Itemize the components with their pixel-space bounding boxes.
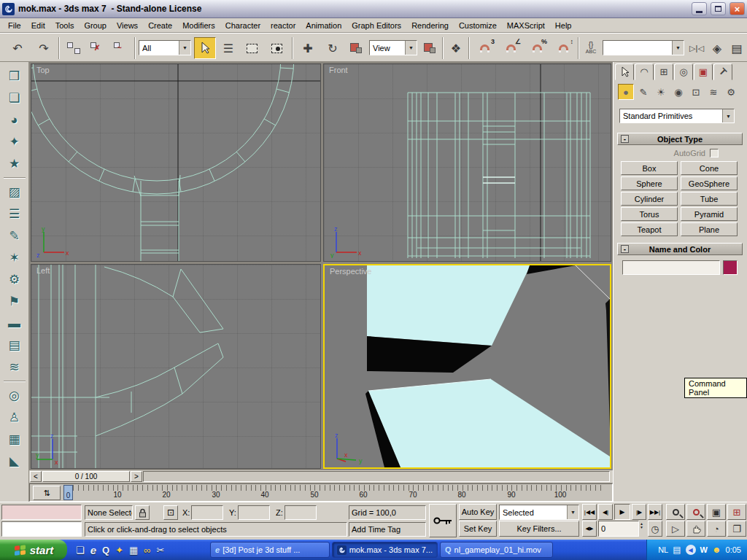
button-box[interactable]: Box — [621, 161, 678, 175]
start-button[interactable]: start — [0, 540, 67, 560]
reactor-icon-toy-car[interactable]: ▬ — [4, 314, 25, 333]
menu-views[interactable]: Views — [112, 20, 143, 31]
bind-to-space-warp-button[interactable]: ~ — [109, 37, 131, 59]
menu-file[interactable]: File — [3, 20, 26, 31]
hide-tray-icons-button[interactable]: ◀ — [686, 545, 696, 555]
name-color-rollout-header[interactable]: - Name and Color — [617, 243, 743, 255]
select-and-manipulate-button[interactable]: ❖ — [446, 37, 465, 59]
messenger-icon[interactable]: ☻ — [712, 545, 721, 555]
internet-explorer-icon[interactable]: e — [90, 544, 96, 556]
tab-motion[interactable]: ◎ — [674, 63, 693, 80]
unlink-selection-button[interactable]: ✗ — [86, 37, 108, 59]
calculator-icon[interactable]: ▦ — [129, 545, 138, 556]
zoom-button[interactable] — [666, 504, 685, 520]
viewport-front[interactable]: Front — [323, 63, 611, 262]
task-button-3dsmax[interactable]: mok.max - 3ds max 7... — [332, 542, 438, 558]
bone-tool-icon[interactable]: ∞ — [144, 545, 150, 556]
snaps-toggle-button[interactable]: 3 — [473, 37, 496, 59]
minimize-button[interactable] — [692, 2, 707, 15]
time-slider-next-button[interactable]: > — [131, 471, 142, 482]
reactor-icon-wind[interactable]: ⚑ — [4, 292, 25, 311]
menu-character[interactable]: Character — [220, 20, 266, 31]
zoom-all-button[interactable] — [686, 504, 705, 520]
undo-button[interactable]: ↶ — [6, 37, 29, 59]
menu-create[interactable]: Create — [143, 20, 177, 31]
category-systems[interactable]: ⚙ — [723, 84, 739, 100]
menu-tools[interactable]: Tools — [50, 20, 80, 31]
named-selection-sets-button[interactable]: {} ABC — [581, 37, 600, 59]
selection-region-button[interactable] — [241, 37, 263, 59]
percent-snap-button[interactable]: % — [525, 37, 549, 59]
angle-snap-button[interactable]: ∠ — [499, 37, 522, 59]
category-helpers[interactable]: ⊡ — [688, 84, 704, 100]
button-sphere[interactable]: Sphere — [621, 176, 678, 190]
menu-group[interactable]: Group — [79, 20, 112, 31]
category-shapes[interactable]: ✎ — [635, 84, 651, 100]
select-and-move-button[interactable]: ✚ — [296, 37, 320, 59]
reactor-icon-soft-body-collection[interactable]: ◕ — [4, 110, 25, 130]
viewport-perspective[interactable]: Perspective z x y — [323, 264, 611, 469]
x-coordinate-field[interactable] — [191, 505, 223, 520]
viewport-top-label[interactable]: Top — [36, 66, 50, 74]
viewport-front-label[interactable]: Front — [329, 66, 348, 74]
viewport-perspective-label[interactable]: Perspective — [330, 267, 371, 276]
reactor-icon-motor[interactable]: ⚙ — [4, 270, 25, 289]
task-button-browser[interactable]: e [3d] Post je 3d stuff ... — [210, 542, 330, 558]
button-teapot[interactable]: Teapot — [621, 222, 678, 236]
category-lights[interactable]: ☀ — [653, 84, 669, 100]
reactor-icon-rigid-body-collection[interactable]: ❒ — [4, 66, 25, 86]
menu-graph-editors[interactable]: Graph Editors — [347, 20, 406, 31]
reactor-icon-water[interactable]: ≋ — [4, 357, 25, 377]
select-by-name-button[interactable]: ☰ — [217, 37, 239, 59]
pan-button[interactable] — [686, 521, 705, 537]
restore-button[interactable] — [711, 2, 726, 15]
mirror-button[interactable]: ▷|◁ — [687, 37, 706, 59]
show-desktop-icon[interactable]: ❏ — [76, 545, 85, 556]
spinner-snap-button[interactable]: ↕ — [551, 37, 575, 59]
window-crossing-button[interactable] — [264, 37, 289, 59]
primitives-dropdown[interactable]: Standard Primitives ▼ — [619, 109, 735, 123]
scissors-icon[interactable]: ✂ — [157, 545, 165, 556]
object-color-swatch[interactable] — [723, 260, 738, 275]
reactor-icon-fracture[interactable]: ▤ — [4, 335, 25, 355]
object-name-field[interactable] — [622, 260, 720, 275]
menu-animation[interactable]: Animation — [301, 20, 347, 31]
menu-rendering[interactable]: Rendering — [406, 20, 454, 31]
play-button[interactable]: ▶ — [614, 504, 630, 520]
time-configuration-button[interactable]: ◷ — [648, 521, 662, 537]
macro-recorder-pane[interactable] — [1, 505, 82, 520]
z-coordinate-field[interactable] — [285, 505, 317, 520]
tab-modify[interactable]: ⊞◠ — [635, 63, 654, 80]
current-frame-field[interactable]: 0 — [598, 521, 639, 537]
reactor-icon-rope-collection[interactable]: ✦ — [4, 132, 25, 152]
button-cone[interactable]: Cone — [681, 161, 738, 175]
selection-filter-dropdown[interactable]: All ▼ — [139, 40, 191, 55]
absolute-offset-toggle[interactable]: ⊡ — [163, 505, 178, 520]
category-geometry[interactable]: ● — [618, 84, 634, 100]
zoom-extents-button[interactable]: ▣ — [707, 504, 726, 520]
maxscript-listener-pane[interactable] — [1, 521, 82, 537]
button-pyramid[interactable]: Pyramid — [681, 207, 738, 221]
object-type-rollout-header[interactable]: - Object Type — [617, 133, 743, 145]
viewport-left[interactable]: Left z — [31, 264, 321, 469]
menu-help[interactable]: Help — [550, 20, 577, 31]
select-and-scale-button[interactable] — [346, 37, 366, 59]
next-frame-button[interactable]: |▶ — [632, 504, 646, 520]
layer-manager-button[interactable]: ▤ — [727, 37, 746, 59]
set-key-button[interactable]: Set Key — [459, 521, 497, 537]
key-mode-toggle[interactable]: ◀▶ — [582, 521, 597, 537]
reactor-icon-spring[interactable]: ☰ — [4, 204, 25, 224]
button-tube[interactable]: Tube — [681, 192, 738, 206]
reactor-icon-cloth-collection[interactable]: ❏ — [4, 88, 25, 108]
frame-spinner[interactable]: ▲▼ — [640, 522, 643, 529]
viewport-top[interactable]: Top — [31, 63, 321, 262]
align-button[interactable]: ◈ — [708, 37, 727, 59]
open-curve-editor-button[interactable]: ⇅ — [33, 486, 61, 500]
reactor-icon-constraint-solver[interactable]: ◎ — [4, 386, 25, 405]
add-time-tag[interactable]: Add Time Tag — [349, 522, 426, 537]
tab-display[interactable]: ▣ — [694, 63, 713, 80]
selection-lock-button[interactable] — [135, 505, 150, 520]
field-of-view-button[interactable]: ▷ — [666, 521, 685, 537]
category-cameras[interactable]: ◉ — [670, 84, 686, 100]
time-slider-track[interactable] — [143, 471, 610, 482]
